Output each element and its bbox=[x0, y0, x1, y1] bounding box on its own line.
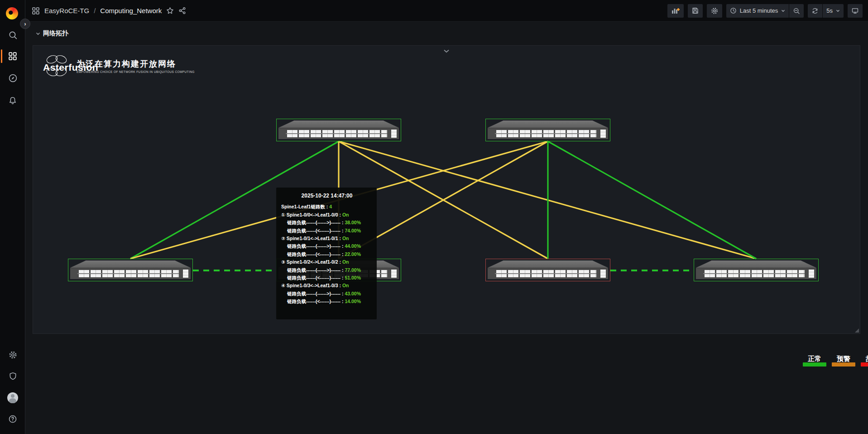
add-panel-button[interactable] bbox=[667, 4, 684, 18]
panel-collapse-caret[interactable] bbox=[443, 49, 450, 53]
link-tooltip: 2025-10-22 14:47:00 Spine1-Leaf1链路数 : 4①… bbox=[276, 188, 377, 319]
asterfusion-logo: Asterfusion 为泛在算力构建开放网络 EMPOWERING CHOIC… bbox=[42, 54, 195, 77]
top-navbar: EasyRoCE-TG / Computing_Network Last 5 m… bbox=[0, 0, 868, 22]
tooltip-link-status: ② Spine1-0/1<->Leaf1-0/1 : On bbox=[281, 235, 373, 242]
breadcrumb: EasyRoCE-TG / Computing_Network bbox=[44, 7, 162, 14]
switch-ports bbox=[488, 128, 608, 139]
sidebar-item-dashboards[interactable] bbox=[0, 47, 25, 65]
breadcrumb-page[interactable]: Computing_Network bbox=[100, 7, 162, 14]
tooltip-summary: Spine1-Leaf1链路数 : 4 bbox=[281, 203, 373, 211]
search-icon bbox=[8, 30, 18, 40]
switch-node-spine1[interactable] bbox=[276, 119, 401, 141]
switch-node-leaf3[interactable] bbox=[485, 259, 610, 281]
sidebar-item-help[interactable] bbox=[0, 410, 25, 428]
switch-ports bbox=[696, 268, 816, 279]
legend-item-fault: 故障 bbox=[861, 355, 868, 366]
switch-chassis-top bbox=[70, 260, 191, 268]
tooltip-link-status: ① Spine1-0/0<->Leaf1-0/0 : On bbox=[281, 211, 373, 219]
legend-item-warning: 预警 bbox=[832, 355, 855, 366]
tooltip-link-status: ④ Spine1-0/3<->Leaf1-0/3 : On bbox=[281, 282, 373, 289]
tooltip-link-load-tx: 链路负载------(------>)------ : 43.00% bbox=[281, 290, 373, 298]
sidebar-item-explore[interactable] bbox=[0, 69, 25, 87]
tooltip-timestamp: 2025-10-22 14:47:00 bbox=[281, 192, 373, 200]
tooltip-link-load-rx: 链路负载------(<------)------ : 22.00% bbox=[281, 251, 373, 258]
topology-panel: Asterfusion 为泛在算力构建开放网络 EMPOWERING CHOIC… bbox=[33, 45, 860, 334]
switch-chassis-top bbox=[278, 121, 399, 128]
switch-chassis-top bbox=[696, 260, 816, 268]
tooltip-link-load-rx: 链路负载------(<------)------ : 51.00% bbox=[281, 274, 373, 282]
tooltip-link-load-tx: 链路负载------(------>)------ : 44.00% bbox=[281, 242, 373, 250]
refresh-icon bbox=[811, 7, 819, 14]
save-dashboard-button[interactable] bbox=[688, 4, 703, 18]
time-range-label: Last 5 minutes bbox=[740, 7, 778, 14]
refresh-button[interactable] bbox=[808, 4, 822, 18]
chevron-down-icon bbox=[836, 10, 840, 12]
legend-item-normal: 正常 bbox=[803, 355, 826, 366]
tooltip-link-load-tx: 链路负载------(------>)------ : 77.00% bbox=[281, 266, 373, 274]
gear-icon bbox=[8, 350, 18, 360]
panel-header[interactable]: 网络拓扑 bbox=[36, 29, 68, 38]
tooltip-link-load-rx: 链路负载------(<------)------ : 74.00% bbox=[281, 227, 373, 235]
star-icon[interactable] bbox=[166, 7, 174, 14]
sidebar-item-search[interactable] bbox=[0, 26, 25, 44]
sidebar-expand-button[interactable]: › bbox=[20, 19, 30, 29]
share-icon[interactable] bbox=[178, 7, 186, 14]
panel-title: 网络拓扑 bbox=[43, 29, 68, 38]
shield-icon bbox=[9, 371, 17, 381]
sidebar-item-server-admin[interactable] bbox=[0, 367, 25, 385]
chevron-down-icon bbox=[781, 10, 785, 12]
monitor-icon bbox=[851, 7, 859, 14]
sidebar-item-profile[interactable] bbox=[0, 389, 25, 407]
compass-icon bbox=[8, 73, 18, 83]
zoom-out-time-button[interactable] bbox=[789, 4, 804, 18]
bell-icon bbox=[8, 96, 17, 105]
help-icon bbox=[8, 415, 17, 424]
dashboard-settings-button[interactable] bbox=[707, 4, 722, 18]
tooltip-link-load-rx: 链路负载------(<------)------ : 14.00% bbox=[281, 298, 373, 305]
status-legend: 正常 预警 故障 bbox=[803, 355, 868, 366]
switch-node-leaf4[interactable] bbox=[694, 259, 819, 281]
breadcrumb-dashboard[interactable]: EasyRoCE-TG bbox=[44, 7, 89, 14]
asterfusion-knot-icon: Asterfusion bbox=[42, 54, 71, 77]
left-sidebar: › bbox=[0, 0, 25, 434]
zoom-out-icon bbox=[793, 7, 800, 14]
switch-node-spine2[interactable] bbox=[485, 119, 610, 141]
switch-chassis-top bbox=[488, 260, 608, 268]
sidebar-item-configuration[interactable] bbox=[0, 346, 25, 364]
switch-ports bbox=[278, 128, 399, 139]
refresh-interval-picker[interactable]: 5s bbox=[823, 4, 844, 18]
dashboards-icon bbox=[8, 52, 17, 61]
switch-chassis-top bbox=[488, 121, 608, 128]
grafana-logo[interactable] bbox=[6, 7, 18, 19]
time-range-picker[interactable]: Last 5 minutes bbox=[726, 4, 789, 18]
cycle-view-mode-button[interactable] bbox=[848, 4, 863, 18]
grafana-dashboard: Asterfusion 为泛在算力构建开放网络 EMPOWERING CHOIC… bbox=[0, 0, 868, 434]
sidebar-item-alerting[interactable] bbox=[0, 92, 25, 110]
chevron-down-icon bbox=[36, 32, 40, 35]
switch-node-leaf1[interactable] bbox=[68, 259, 193, 281]
tooltip-link-status: ③ Spine1-0/2<->Leaf1-0/2 : On bbox=[281, 258, 373, 266]
clock-icon bbox=[730, 7, 737, 14]
dashboard-grid-icon bbox=[32, 7, 40, 15]
refresh-interval-label: 5s bbox=[826, 7, 833, 14]
user-avatar bbox=[7, 392, 18, 403]
tooltip-link-load-tx: 链路负载------(------>)------ : 38.00% bbox=[281, 219, 373, 227]
panel-resize-handle[interactable] bbox=[855, 328, 859, 333]
switch-ports bbox=[70, 268, 191, 279]
brand-name: Asterfusion bbox=[43, 62, 98, 73]
switch-ports bbox=[488, 268, 608, 279]
